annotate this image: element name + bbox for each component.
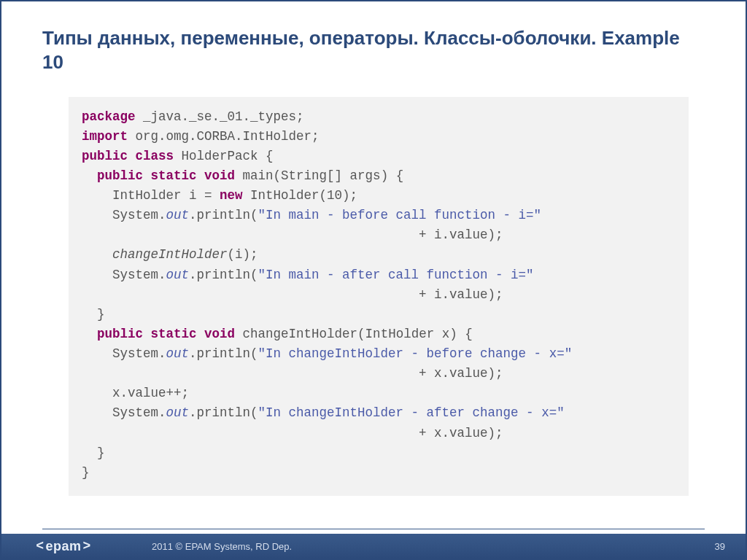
copyright-text: 2011 © EPAM Systems, RD Dep.	[152, 541, 292, 552]
kw-public: public	[82, 149, 128, 163]
code-text: (i);	[228, 247, 258, 262]
string-literal: "In main - before call function - i="	[258, 208, 542, 222]
code-text: + i.value);	[82, 287, 503, 302]
code-text: .println(	[189, 208, 258, 222]
chevron-right-icon: >	[83, 539, 91, 553]
method-call: changeIntHolder	[82, 247, 228, 262]
code-block: package _java._se._01._types; import org…	[69, 97, 689, 496]
code-text: + i.value);	[82, 228, 503, 242]
page-number: 39	[715, 541, 725, 552]
footer-rule	[42, 529, 705, 529]
code-text: System.	[82, 268, 166, 282]
kw-void: void	[204, 327, 235, 341]
kw-public: public	[97, 168, 143, 183]
title-block: Типы данных, переменные, операторы. Клас…	[1, 1, 746, 81]
string-literal: "In changeIntHolder - after change - x="	[258, 405, 565, 420]
code-text: System.	[82, 405, 166, 420]
kw-void: void	[204, 168, 235, 183]
logo-text: epam	[45, 539, 81, 554]
string-literal: "In changeIntHolder - before change - x=…	[258, 346, 573, 361]
code-text: }	[82, 307, 105, 322]
code-text: org.omg.CORBA.IntHolder;	[128, 129, 320, 144]
epam-logo: <epam>	[1, 534, 125, 559]
kw-class: class	[136, 149, 174, 163]
code-text: .println(	[189, 346, 258, 361]
field-out: out	[166, 346, 190, 361]
code-text: + x.value);	[82, 366, 503, 381]
code-text: .println(	[189, 268, 258, 282]
kw-public: public	[97, 327, 143, 341]
code-text: + x.value);	[82, 426, 503, 440]
kw-static: static	[151, 327, 197, 341]
code-text: x.value++;	[82, 386, 189, 400]
code-text: _java._se._01._types;	[136, 109, 304, 124]
code-text: System.	[82, 346, 166, 361]
slide-title: Типы данных, переменные, операторы. Клас…	[42, 26, 705, 75]
field-out: out	[166, 405, 190, 420]
code-text: .println(	[189, 405, 258, 420]
kw-import: import	[82, 129, 128, 144]
kw-static: static	[151, 168, 197, 183]
code-text: IntHolder(10);	[243, 188, 358, 203]
slide: Типы данных, переменные, операторы. Клас…	[1, 1, 746, 559]
chevron-left-icon: <	[36, 539, 44, 553]
code-text: }	[82, 465, 90, 480]
code-text: IntHolder i =	[82, 188, 220, 203]
kw-package: package	[82, 109, 136, 124]
code-text: changeIntHolder(IntHolder x) {	[235, 327, 473, 341]
field-out: out	[166, 208, 190, 222]
code-text: }	[82, 446, 105, 460]
footer-bar: <epam> 2011 © EPAM Systems, RD Dep. 39	[1, 534, 746, 559]
string-literal: "In main - after call function - i="	[258, 268, 534, 282]
code-text: main(String[] args) {	[235, 168, 403, 183]
code-text: System.	[82, 208, 166, 222]
code-text: HolderPack {	[174, 149, 274, 163]
field-out: out	[166, 268, 190, 282]
kw-new: new	[220, 188, 243, 203]
